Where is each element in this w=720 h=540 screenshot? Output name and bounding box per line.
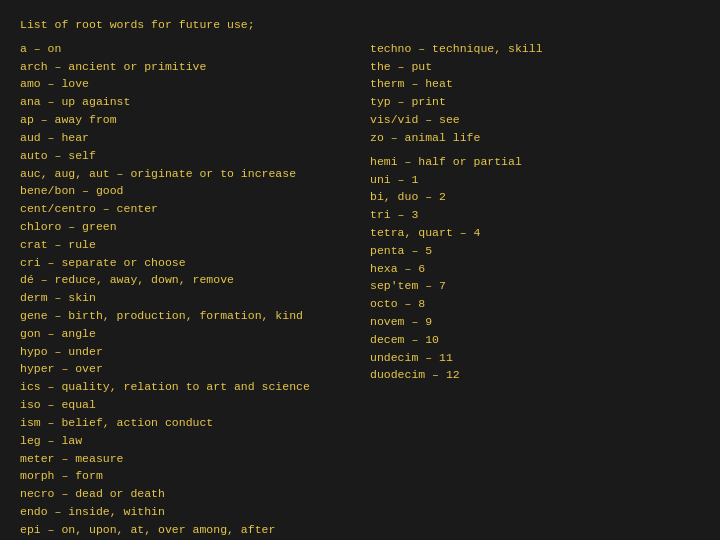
list-item: ism – belief, action conduct <box>20 414 350 432</box>
list-item: dé – reduce, away, down, remove <box>20 271 350 289</box>
list-item: leg – law <box>20 432 350 450</box>
list-item: hypo – under <box>20 343 350 361</box>
list-item: therm – heat <box>370 75 700 93</box>
list-item: gon – angle <box>20 325 350 343</box>
list-item: auto – self <box>20 147 350 165</box>
list-item: uni – 1 <box>370 171 700 189</box>
list-item: penta – 5 <box>370 242 700 260</box>
list-item: gene – birth, production, formation, kin… <box>20 307 350 325</box>
list-item: a – on <box>20 40 350 58</box>
list-item: ana – up against <box>20 93 350 111</box>
list-item: duodecim – 12 <box>370 366 700 384</box>
list-item: typ – print <box>370 93 700 111</box>
list-item: the – put <box>370 58 700 76</box>
list-item: cent/centro – center <box>20 200 350 218</box>
list-item: ics – quality, relation to art and scien… <box>20 378 350 396</box>
list-item: vis/vid – see <box>370 111 700 129</box>
list-item: arch – ancient or primitive <box>20 58 350 76</box>
list-item: undecim – 11 <box>370 349 700 367</box>
list-item: derm – skin <box>20 289 350 307</box>
word-list-container: a – onarch – ancient or primitiveamo – l… <box>20 40 700 540</box>
left-column: a – onarch – ancient or primitiveamo – l… <box>20 40 360 540</box>
list-item: iso – equal <box>20 396 350 414</box>
list-item: tri – 3 <box>370 206 700 224</box>
list-item: zo – animal life <box>370 129 700 147</box>
list-item: amo – love <box>20 75 350 93</box>
list-item: decem – 10 <box>370 331 700 349</box>
list-item: sep'tem – 7 <box>370 277 700 295</box>
list-item: epi – on, upon, at, over among, after <box>20 521 350 539</box>
header: List of root words for future use; <box>20 16 700 34</box>
list-item: endo – inside, within <box>20 503 350 521</box>
list-item: octo – 8 <box>370 295 700 313</box>
list-item: novem – 9 <box>370 313 700 331</box>
list-item: techno – technique, skill <box>370 40 700 58</box>
list-item: necro – dead or death <box>20 485 350 503</box>
list-item: tetra, quart – 4 <box>370 224 700 242</box>
list-item: ap – away from <box>20 111 350 129</box>
list-item: cri – separate or choose <box>20 254 350 272</box>
list-item: hexa – 6 <box>370 260 700 278</box>
list-item: meter – measure <box>20 450 350 468</box>
list-item: hemi – half or partial <box>370 153 700 171</box>
list-item: crat – rule <box>20 236 350 254</box>
list-item: aud – hear <box>20 129 350 147</box>
list-item: morph – form <box>20 467 350 485</box>
list-item: auc, aug, aut – originate or to increase <box>20 165 350 183</box>
list-item: hyper – over <box>20 360 350 378</box>
right-column: techno – technique, skillthe – puttherm … <box>360 40 700 540</box>
list-item: bi, duo – 2 <box>370 188 700 206</box>
list-item: bene/bon – good <box>20 182 350 200</box>
list-item: chloro – green <box>20 218 350 236</box>
